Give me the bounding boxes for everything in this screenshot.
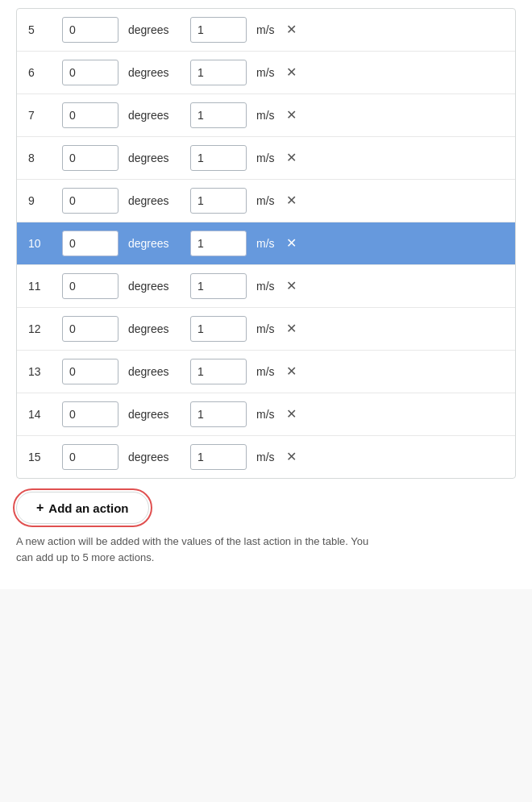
table-row: 9 degrees m/s ✕ bbox=[17, 180, 515, 222]
speed-unit-label: m/s bbox=[256, 322, 275, 335]
speed-input[interactable] bbox=[190, 231, 247, 256]
table-row: 12 degrees m/s ✕ bbox=[17, 308, 515, 351]
speed-unit-label: m/s bbox=[256, 152, 275, 164]
table-row: 8 degrees m/s ✕ bbox=[17, 137, 515, 180]
angle-unit-label: degrees bbox=[128, 322, 181, 335]
speed-unit-label: m/s bbox=[256, 23, 275, 36]
delete-button[interactable]: ✕ bbox=[285, 322, 298, 335]
angle-unit-label: degrees bbox=[128, 408, 181, 421]
hint-text: A new action will be added with the valu… bbox=[16, 534, 371, 565]
angle-unit-label: degrees bbox=[128, 194, 181, 207]
angle-input[interactable] bbox=[62, 102, 118, 128]
speed-unit-label: m/s bbox=[256, 408, 275, 421]
angle-unit-label: degrees bbox=[128, 23, 181, 36]
angle-input[interactable] bbox=[62, 316, 118, 342]
speed-input[interactable] bbox=[190, 102, 247, 128]
angle-unit-label: degrees bbox=[128, 109, 181, 122]
speed-input[interactable] bbox=[190, 273, 247, 299]
angle-input[interactable] bbox=[62, 444, 118, 470]
row-number: 10 bbox=[28, 237, 52, 250]
delete-button[interactable]: ✕ bbox=[285, 194, 298, 207]
speed-unit-label: m/s bbox=[256, 194, 275, 207]
speed-input[interactable] bbox=[190, 316, 247, 342]
speed-input[interactable] bbox=[190, 401, 247, 427]
angle-input[interactable] bbox=[62, 60, 118, 85]
delete-button[interactable]: ✕ bbox=[285, 408, 298, 421]
table-row: 14 degrees m/s ✕ bbox=[17, 393, 515, 436]
angle-input[interactable] bbox=[62, 231, 118, 256]
plus-icon: + bbox=[36, 501, 44, 515]
angle-input[interactable] bbox=[62, 188, 118, 214]
table-row: 15 degrees m/s ✕ bbox=[17, 436, 515, 478]
delete-button[interactable]: ✕ bbox=[285, 280, 298, 293]
angle-unit-label: degrees bbox=[128, 451, 181, 463]
delete-button[interactable]: ✕ bbox=[285, 23, 298, 36]
row-number: 5 bbox=[28, 23, 52, 36]
speed-input[interactable] bbox=[190, 17, 247, 43]
speed-input[interactable] bbox=[190, 60, 247, 85]
speed-unit-label: m/s bbox=[256, 451, 275, 463]
speed-input[interactable] bbox=[190, 188, 247, 214]
delete-button[interactable]: ✕ bbox=[285, 237, 298, 250]
table-row: 13 degrees m/s ✕ bbox=[17, 351, 515, 393]
add-action-label: Add an action bbox=[48, 501, 128, 515]
angle-unit-label: degrees bbox=[128, 66, 181, 79]
angle-input[interactable] bbox=[62, 401, 118, 427]
table-row: 5 degrees m/s ✕ bbox=[17, 9, 515, 52]
angle-input[interactable] bbox=[62, 145, 118, 171]
delete-button[interactable]: ✕ bbox=[285, 152, 298, 164]
speed-input[interactable] bbox=[190, 444, 247, 470]
delete-button[interactable]: ✕ bbox=[285, 451, 298, 463]
delete-button[interactable]: ✕ bbox=[285, 365, 298, 378]
speed-unit-label: m/s bbox=[256, 365, 275, 378]
delete-button[interactable]: ✕ bbox=[285, 109, 298, 122]
table-row: 7 degrees m/s ✕ bbox=[17, 94, 515, 137]
table-row: 10 degrees m/s ✕ bbox=[17, 222, 515, 265]
row-number: 6 bbox=[28, 66, 52, 79]
row-number: 8 bbox=[28, 152, 52, 164]
row-number: 11 bbox=[28, 280, 52, 293]
row-number: 14 bbox=[28, 408, 52, 421]
table-row: 6 degrees m/s ✕ bbox=[17, 52, 515, 94]
row-number: 13 bbox=[28, 365, 52, 378]
angle-unit-label: degrees bbox=[128, 280, 181, 293]
speed-input[interactable] bbox=[190, 145, 247, 171]
row-number: 9 bbox=[28, 194, 52, 207]
delete-button[interactable]: ✕ bbox=[285, 66, 298, 79]
speed-unit-label: m/s bbox=[256, 237, 275, 250]
row-number: 12 bbox=[28, 322, 52, 335]
angle-input[interactable] bbox=[62, 17, 118, 43]
add-action-button[interactable]: + Add an action bbox=[16, 492, 149, 524]
row-number: 15 bbox=[28, 451, 52, 463]
angle-unit-label: degrees bbox=[128, 237, 181, 250]
angle-input[interactable] bbox=[62, 359, 118, 384]
angle-input[interactable] bbox=[62, 273, 118, 299]
speed-unit-label: m/s bbox=[256, 66, 275, 79]
row-number: 7 bbox=[28, 109, 52, 122]
table-row: 11 degrees m/s ✕ bbox=[17, 265, 515, 308]
speed-input[interactable] bbox=[190, 359, 247, 384]
actions-table: 5 degrees m/s ✕ 6 degrees m/s ✕ 7 degree… bbox=[16, 8, 516, 479]
angle-unit-label: degrees bbox=[128, 152, 181, 164]
speed-unit-label: m/s bbox=[256, 280, 275, 293]
angle-unit-label: degrees bbox=[128, 365, 181, 378]
speed-unit-label: m/s bbox=[256, 109, 275, 122]
